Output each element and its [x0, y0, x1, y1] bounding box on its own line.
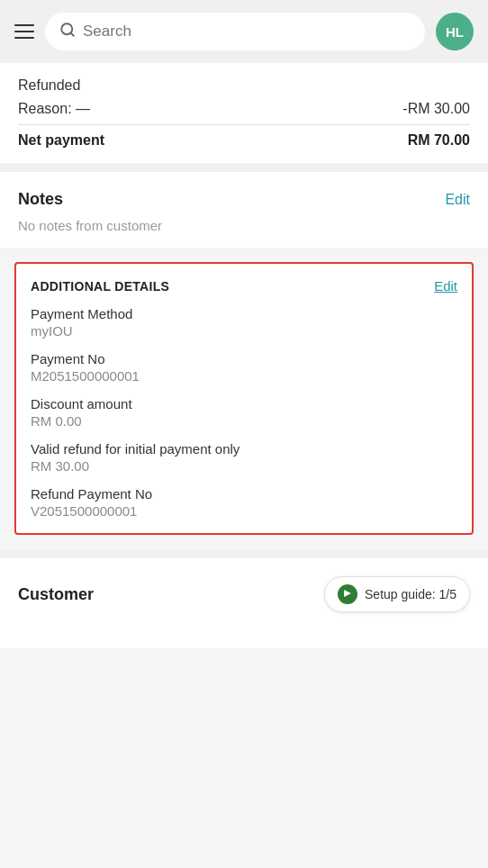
detail-item-payment-method: Payment Method myIOU — [31, 306, 457, 339]
detail-label-valid-refund: Valid refund for initial payment only — [31, 441, 457, 457]
detail-value-valid-refund: RM 30.00 — [31, 458, 457, 474]
bottom-space — [0, 612, 488, 648]
reason-row: Reason: — -RM 30.00 — [18, 101, 470, 117]
additional-details-edit-button[interactable]: Edit — [434, 278, 457, 294]
refunded-label: Refunded — [18, 77, 470, 94]
notes-title: Notes — [18, 190, 63, 209]
detail-item-valid-refund: Valid refund for initial payment only RM… — [31, 441, 457, 474]
detail-label-refund-payment-no: Refund Payment No — [31, 486, 457, 502]
section-divider — [0, 163, 488, 172]
detail-label-payment-no: Payment No — [31, 351, 457, 366]
net-payment-amount: RM 70.00 — [408, 132, 470, 149]
notes-content: No notes from customer — [18, 218, 470, 233]
svg-marker-2 — [344, 590, 351, 597]
customer-title: Customer — [18, 585, 94, 604]
additional-details-title: ADDITIONAL DETAILS — [31, 279, 169, 294]
detail-item-refund-payment-no: Refund Payment No V2051500000001 — [31, 486, 457, 519]
detail-label-discount: Discount amount — [31, 396, 457, 411]
search-bar[interactable] — [45, 13, 425, 50]
avatar[interactable]: HL — [436, 13, 474, 50]
detail-value-refund-payment-no: V2051500000001 — [31, 503, 457, 519]
section-divider-2 — [0, 549, 488, 558]
header: HL — [0, 0, 488, 63]
reason-label: Reason: — — [18, 101, 90, 117]
svg-line-1 — [70, 32, 73, 35]
refunded-section: Refunded Reason: — -RM 30.00 Net payment… — [0, 63, 488, 163]
detail-value-payment-no: M2051500000001 — [31, 368, 457, 384]
setup-guide-label: Setup guide: 1/5 — [365, 587, 456, 601]
detail-value-payment-method: myIOU — [31, 323, 457, 339]
flag-icon — [338, 584, 357, 604]
notes-header: Notes Edit — [18, 190, 470, 209]
net-payment-row: Net payment RM 70.00 — [18, 124, 470, 149]
menu-button[interactable] — [14, 24, 34, 39]
detail-item-discount: Discount amount RM 0.00 — [31, 396, 457, 429]
detail-label-payment-method: Payment Method — [31, 306, 457, 321]
search-icon — [59, 22, 76, 41]
notes-section: Notes Edit No notes from customer — [0, 172, 488, 248]
additional-details-header: ADDITIONAL DETAILS Edit — [31, 278, 457, 294]
net-payment-label: Net payment — [18, 132, 104, 149]
detail-item-payment-no: Payment No M2051500000001 — [31, 351, 457, 384]
additional-details-section: ADDITIONAL DETAILS Edit Payment Method m… — [14, 262, 474, 535]
notes-edit-button[interactable]: Edit — [445, 192, 470, 208]
bottom-section: Customer Setup guide: 1/5 — [0, 558, 488, 612]
reason-amount: -RM 30.00 — [402, 101, 470, 117]
setup-guide-button[interactable]: Setup guide: 1/5 — [324, 576, 470, 612]
search-input[interactable] — [83, 23, 411, 41]
detail-value-discount: RM 0.00 — [31, 413, 457, 429]
